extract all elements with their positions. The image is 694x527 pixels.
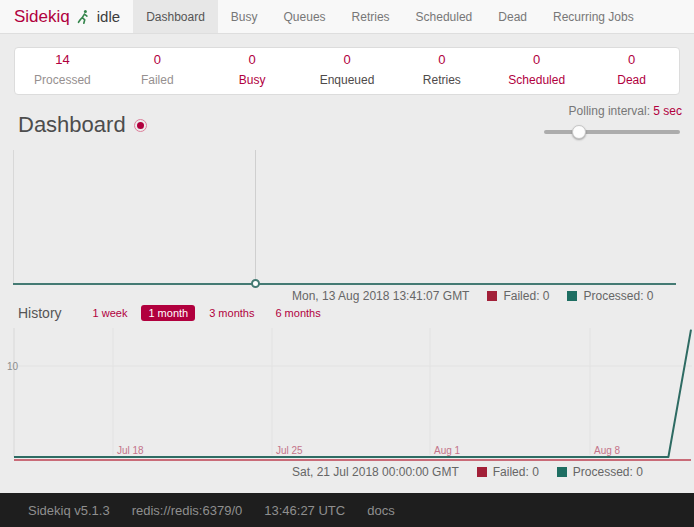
polling-slider[interactable] — [542, 125, 682, 139]
stat-label[interactable]: Busy — [239, 73, 266, 87]
filter-1-month[interactable]: 1 month — [141, 305, 195, 321]
stat-value: 0 — [584, 52, 679, 69]
stat-label[interactable]: Scheduled — [508, 73, 565, 87]
stat-processed: 14Processed — [15, 52, 110, 90]
nav-tabs: DashboardBusyQueuesRetriesScheduledDeadR… — [133, 0, 647, 33]
history-legend-time: Sat, 21 Jul 2018 00:00:00 GMT — [292, 465, 459, 479]
runner-icon — [76, 8, 91, 26]
page-title-text: Dashboard — [18, 112, 126, 138]
tab-dead[interactable]: Dead — [485, 0, 540, 33]
failed-swatch-icon — [487, 291, 497, 301]
stat-value: 0 — [205, 52, 300, 69]
stat-label[interactable]: Dead — [617, 73, 646, 87]
slider-thumb[interactable] — [572, 125, 586, 139]
stat-value: 14 — [15, 52, 110, 69]
tab-dashboard[interactable]: Dashboard — [133, 0, 218, 33]
stat-enqueued: 0Enqueued — [300, 52, 395, 90]
x-tick-label: Aug 1 — [434, 445, 461, 456]
footer-version: Sidekiq v5.1.3 — [28, 503, 110, 518]
hover-point-dot — [251, 279, 260, 288]
history-legend: Sat, 21 Jul 2018 00:00:00 GMT Failed: 0 … — [0, 465, 694, 479]
stat-retries: 0Retries — [394, 52, 489, 90]
history-chart: Jul 18Jul 25Aug 1Aug 810 — [0, 326, 694, 464]
hover-guideline — [255, 150, 256, 282]
filter-6-months[interactable]: 6 months — [268, 305, 327, 321]
stat-value: 0 — [300, 52, 395, 69]
footer-utc-time: 13:46:27 UTC — [264, 503, 345, 518]
stat-label: Enqueued — [320, 73, 375, 87]
history-failed-count: Failed: 0 — [493, 465, 539, 479]
beacon-icon — [134, 119, 147, 132]
tab-busy[interactable]: Busy — [218, 0, 271, 33]
polling-label: Polling interval: — [569, 104, 650, 118]
tab-recurring-jobs[interactable]: Recurring Jobs — [540, 0, 647, 33]
processed-line-realtime — [13, 283, 676, 285]
filter-1-week[interactable]: 1 week — [86, 305, 135, 321]
footer-redis-url: redis://redis:6379/0 — [132, 503, 243, 518]
processed-swatch-icon — [567, 291, 577, 301]
history-chart-svg: Jul 18Jul 25Aug 1Aug 810 — [0, 326, 694, 464]
x-tick-label: Jul 25 — [276, 445, 303, 456]
history-processed-count: Processed: 0 — [573, 465, 643, 479]
stat-scheduled[interactable]: 0Scheduled — [489, 52, 584, 90]
tab-queues[interactable]: Queues — [271, 0, 339, 33]
tab-scheduled[interactable]: Scheduled — [403, 0, 486, 33]
stat-value: 0 — [394, 52, 489, 69]
navbar: Sidekiq idle DashboardBusyQueuesRetriesS… — [0, 0, 694, 34]
realtime-chart — [0, 148, 694, 286]
stat-busy[interactable]: 0Busy — [205, 52, 300, 90]
history-title: History — [18, 305, 62, 321]
processed-swatch-icon — [557, 467, 567, 477]
failed-swatch-icon — [477, 467, 487, 477]
stats-bar: 14Processed0Failed0Busy0Enqueued0Retries… — [14, 47, 680, 95]
processed-line — [14, 330, 691, 457]
x-tick-label: Aug 8 — [594, 445, 621, 456]
slider-track[interactable] — [544, 130, 680, 134]
docs-link[interactable]: docs — [367, 503, 394, 518]
page-title: Dashboard — [18, 112, 147, 138]
history-range-filters: 1 week1 month3 months6 months — [86, 305, 328, 321]
x-tick-label: Jul 18 — [117, 445, 144, 456]
stat-value: 0 — [489, 52, 584, 69]
polling-interval: Polling interval: 5 sec — [542, 104, 682, 139]
stat-failed: 0Failed — [110, 52, 205, 90]
stat-label: Processed — [34, 73, 91, 87]
stat-label: Failed — [141, 73, 174, 87]
footer: Sidekiq v5.1.3 redis://redis:6379/0 13:4… — [0, 493, 694, 527]
realtime-y-axis — [13, 150, 14, 284]
brand-name: Sidekiq — [14, 7, 70, 27]
tab-retries[interactable]: Retries — [339, 0, 403, 33]
y-tick-label: 10 — [7, 361, 19, 372]
realtime-legend-time: Mon, 13 Aug 2018 13:41:07 GMT — [292, 289, 469, 303]
realtime-legend: Mon, 13 Aug 2018 13:41:07 GMT Failed: 0 … — [0, 289, 694, 303]
status-text: idle — [97, 8, 120, 25]
stat-label: Retries — [423, 73, 461, 87]
stat-value: 0 — [110, 52, 205, 69]
sidekiq-dashboard: Sidekiq idle DashboardBusyQueuesRetriesS… — [0, 0, 694, 527]
realtime-processed-count: Processed: 0 — [583, 289, 653, 303]
brand[interactable]: Sidekiq idle — [0, 0, 133, 33]
filter-3-months[interactable]: 3 months — [202, 305, 261, 321]
polling-value: 5 sec — [653, 104, 682, 118]
stat-dead[interactable]: 0Dead — [584, 52, 679, 90]
history-header: History 1 week1 month3 months6 months — [18, 305, 328, 321]
realtime-failed-count: Failed: 0 — [503, 289, 549, 303]
